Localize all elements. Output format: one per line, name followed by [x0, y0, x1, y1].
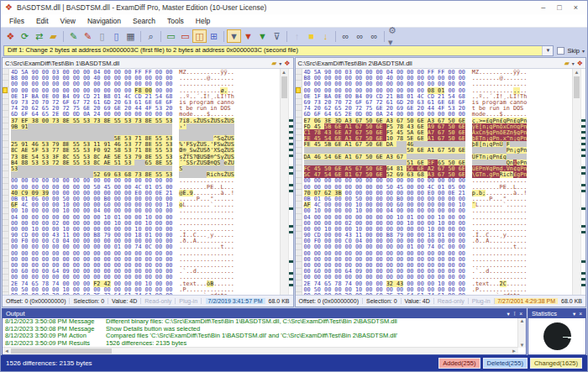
diff-map-mark[interactable]	[581, 166, 585, 169]
browse-second-file-icon[interactable]: ▰	[564, 60, 570, 67]
grid-view-icon[interactable]: ⊞	[207, 29, 221, 43]
diff-map-mark[interactable]	[289, 131, 293, 134]
show-matching-icon[interactable]: ▼	[255, 29, 270, 43]
diff-map-mark[interactable]	[581, 137, 585, 139]
diff-map-mark[interactable]	[289, 207, 293, 210]
diff-map-mark[interactable]	[581, 231, 585, 233]
chevron-down-icon[interactable]: ▾	[507, 311, 510, 317]
show-changed-only-icon[interactable]: ▼	[241, 29, 255, 43]
current-diff-marker[interactable]	[3, 87, 8, 93]
first-pane-diff-map[interactable]	[288, 69, 293, 295]
diff-map-mark[interactable]	[289, 190, 293, 192]
scroll-right-icon[interactable]: ►	[512, 348, 517, 354]
maximize-button[interactable]: □	[557, 3, 561, 12]
show-second-pane-icon[interactable]: ▭	[178, 29, 192, 43]
diff-map-mark[interactable]	[289, 119, 293, 122]
next-diff-icon[interactable]: ↓	[318, 29, 333, 43]
diff-map-mark[interactable]	[581, 272, 585, 275]
second-pane-diff-map[interactable]	[580, 69, 585, 295]
recompare-icon[interactable]: ⟳	[18, 29, 32, 43]
diff-map-mark[interactable]	[581, 125, 585, 128]
menu-item-search[interactable]: Search	[127, 17, 161, 25]
edit-second-file-icon[interactable]: ✎	[81, 29, 95, 43]
diff-map-mark[interactable]	[581, 278, 585, 280]
diff-map-mark[interactable]	[289, 184, 293, 186]
diff-map-mark[interactable]	[581, 184, 585, 186]
scroll-down-icon[interactable]: ▼	[520, 343, 525, 348]
show-all-diffs-icon[interactable]: ▼	[227, 29, 241, 43]
menu-item-tools[interactable]: Tools	[161, 17, 190, 25]
find-icon[interactable]: ∞	[339, 29, 353, 43]
diff-map-mark[interactable]	[289, 166, 293, 169]
diff-map-mark[interactable]	[581, 155, 585, 157]
split-view-icon[interactable]: ◫	[192, 29, 207, 43]
menu-item-view[interactable]: View	[55, 17, 81, 25]
diff-map-mark[interactable]	[289, 125, 293, 128]
scrollbar-thumb[interactable]	[574, 76, 580, 98]
close-button[interactable]: ×	[574, 3, 578, 12]
diff-map-mark[interactable]	[289, 231, 293, 233]
diff-map-mark[interactable]	[289, 137, 293, 139]
browse-first-file-icon[interactable]: ▰	[271, 60, 276, 67]
toolbar-overflow-icon[interactable]: ▾	[582, 48, 585, 54]
scrollbar-thumb[interactable]	[281, 76, 287, 98]
diff-map-mark[interactable]	[289, 155, 293, 157]
menu-item-help[interactable]: Help	[190, 17, 216, 25]
diff-map-mark[interactable]	[581, 131, 585, 134]
close-icon[interactable]: ×	[579, 311, 582, 317]
chevron-down-icon[interactable]: ▾	[279, 60, 281, 66]
diff-map-mark[interactable]	[581, 260, 585, 263]
first-pane-scrollbar[interactable]: ▲	[280, 69, 288, 295]
diff-map-mark[interactable]	[581, 190, 585, 192]
skip-checkbox[interactable]	[557, 47, 564, 55]
pin-icon[interactable]: ⊺	[513, 311, 516, 317]
chevron-down-icon[interactable]: ▾	[573, 311, 575, 317]
scroll-up-icon[interactable]: ▲	[520, 318, 525, 323]
search-icon[interactable]: ⌕	[144, 29, 158, 43]
diff-map-mark[interactable]	[289, 172, 293, 175]
diff-map-mark[interactable]	[581, 119, 585, 122]
options-icon[interactable]: ⚙ ▾	[387, 29, 402, 43]
first-file-hex-view[interactable]: 4D 5A 90 00 03 00 00 00 04 00 00 00 FF F…	[9, 69, 280, 295]
show-first-pane-icon[interactable]: ▭	[164, 29, 178, 43]
menu-item-files[interactable]: Files	[3, 17, 30, 25]
diff-map-mark[interactable]	[289, 260, 293, 263]
scroll-up-icon[interactable]: ▲	[575, 69, 580, 76]
compare-files-icon[interactable]: ❖	[3, 29, 18, 43]
swap-panes-icon[interactable]: ⇄	[32, 29, 46, 43]
find-prev-icon[interactable]: ∞	[367, 29, 381, 43]
diff-map-mark[interactable]	[289, 143, 293, 145]
diff-map-mark[interactable]	[581, 149, 585, 151]
second-file-options-icon[interactable]: ▯	[109, 29, 123, 43]
output-vertical-scrollbar[interactable]: ▲ ▼	[517, 318, 526, 348]
diff-map-mark[interactable]	[581, 143, 585, 145]
diff-map-mark[interactable]	[289, 278, 293, 280]
current-diff-combobox[interactable]: Diff 1: Change 2 bytes at address 0x0000…	[3, 45, 554, 56]
current-diff-marker[interactable]	[296, 87, 301, 93]
menu-item-edit[interactable]: Edit	[30, 17, 55, 25]
menu-item-navigation[interactable]: Navigation	[81, 17, 127, 25]
diff-map-mark[interactable]	[289, 149, 293, 151]
hide-diffs-icon[interactable]: ⊽	[270, 29, 284, 43]
output-horizontal-scrollbar[interactable]: ◄ ►	[3, 347, 518, 354]
diff-map-mark[interactable]	[581, 284, 585, 286]
first-file-options-icon[interactable]: ▯	[95, 29, 109, 43]
diff-map-mark[interactable]	[581, 225, 585, 228]
scrollbar-thumb[interactable]	[11, 348, 112, 354]
chevron-down-icon[interactable]: ▼	[542, 46, 553, 55]
diff-map-mark[interactable]	[289, 272, 293, 275]
print-icon[interactable]: ▦	[123, 29, 138, 43]
minimize-button[interactable]: –	[541, 3, 545, 12]
current-diff-icon[interactable]: ■	[304, 29, 318, 43]
scroll-left-icon[interactable]: ◄	[4, 348, 9, 354]
diff-map-mark[interactable]	[581, 172, 585, 175]
second-file-hex-view[interactable]: 4D 5A 90 00 03 00 00 00 04 00 00 00 FF F…	[302, 69, 573, 295]
chevron-down-icon[interactable]: ▾	[572, 60, 575, 66]
find-next-icon[interactable]: ∞	[353, 29, 367, 43]
edit-first-file-icon[interactable]: ✎	[66, 29, 81, 43]
diff-map-mark[interactable]	[289, 284, 293, 286]
diff-map-mark[interactable]	[289, 225, 293, 228]
second-pane-scrollbar[interactable]: ▲	[572, 69, 580, 295]
scroll-up-icon[interactable]: ▲	[281, 69, 286, 76]
open-files-icon[interactable]: ▰	[46, 29, 60, 43]
